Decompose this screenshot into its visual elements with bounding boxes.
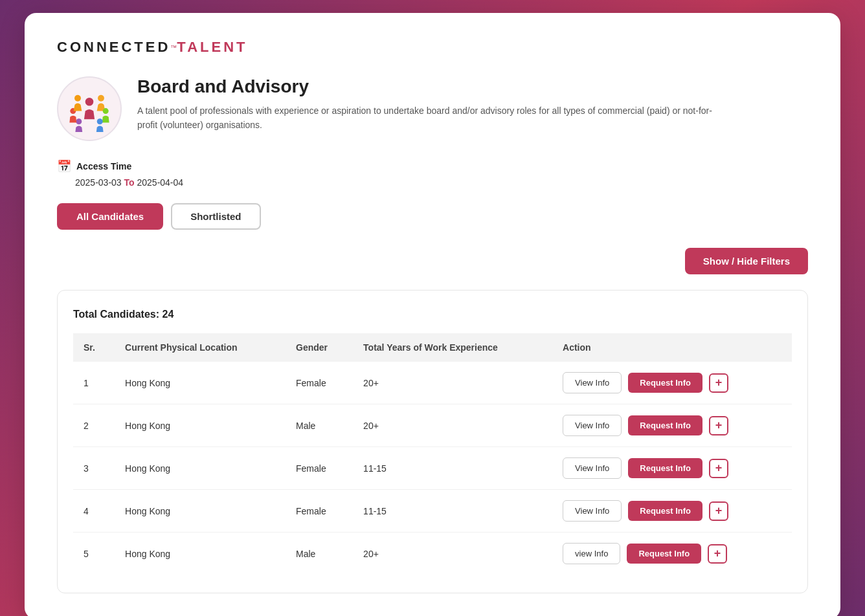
cell-action-4: View Info Request Info + bbox=[552, 490, 792, 533]
board-title: Board and Advisory bbox=[137, 76, 808, 97]
add-button-2[interactable]: + bbox=[709, 416, 728, 435]
logo-tm: ™ bbox=[170, 44, 177, 51]
add-button-4[interactable]: + bbox=[709, 501, 728, 521]
table-row: 3 Hong Kong Female 11-15 View Info Reque… bbox=[73, 447, 792, 490]
access-end-date: 2025-04-04 bbox=[137, 177, 183, 188]
request-info-button-1[interactable]: Request Info bbox=[628, 373, 702, 393]
request-info-button-2[interactable]: Request Info bbox=[628, 415, 702, 435]
svg-point-1 bbox=[98, 95, 104, 102]
cell-sr-3: 3 bbox=[73, 447, 115, 490]
col-gender: Gender bbox=[286, 333, 353, 362]
col-experience: Total Years of Work Experience bbox=[353, 333, 552, 362]
cell-experience-2: 20+ bbox=[353, 404, 552, 447]
add-button-3[interactable]: + bbox=[709, 459, 728, 478]
logo: CONNECTED™TALENT bbox=[57, 39, 808, 56]
access-time-dates: 2025-03-03 To 2025-04-04 bbox=[75, 177, 808, 188]
header-text: Board and Advisory A talent pool of prof… bbox=[137, 76, 808, 133]
svg-point-6 bbox=[74, 95, 81, 102]
svg-point-0 bbox=[85, 98, 94, 106]
access-time-label: Access Time bbox=[76, 161, 131, 171]
cell-gender-1: Female bbox=[286, 362, 353, 404]
view-info-button-5[interactable]: view Info bbox=[563, 543, 620, 564]
logo-talent: TALENT bbox=[177, 39, 247, 56]
svg-point-3 bbox=[97, 118, 103, 124]
col-action: Action bbox=[552, 333, 792, 362]
cell-experience-1: 20+ bbox=[353, 362, 552, 404]
filter-row: Show / Hide Filters bbox=[57, 248, 808, 274]
cell-action-5: view Info Request Info + bbox=[552, 533, 792, 575]
cell-experience-3: 11-15 bbox=[353, 447, 552, 490]
tab-shortlisted[interactable]: Shortlisted bbox=[171, 203, 260, 230]
cell-action-1: View Info Request Info + bbox=[552, 362, 792, 404]
table-row: 5 Hong Kong Male 20+ view Info Request I… bbox=[73, 533, 792, 575]
main-card: CONNECTED™TALENT bbox=[25, 13, 840, 616]
col-location: Current Physical Location bbox=[115, 333, 286, 362]
cell-gender-3: Female bbox=[286, 447, 353, 490]
pool-logo-icon bbox=[66, 85, 113, 132]
board-description: A talent pool of professionals with expe… bbox=[137, 104, 720, 133]
cell-location-1: Hong Kong bbox=[115, 362, 286, 404]
cell-sr-2: 2 bbox=[73, 404, 115, 447]
total-candidates: Total Candidates: 24 bbox=[73, 309, 792, 320]
header-section: Board and Advisory A talent pool of prof… bbox=[57, 76, 808, 141]
cell-location-5: Hong Kong bbox=[115, 533, 286, 575]
show-hide-filters-button[interactable]: Show / Hide Filters bbox=[685, 248, 808, 274]
cell-location-3: Hong Kong bbox=[115, 447, 286, 490]
cell-experience-5: 20+ bbox=[353, 533, 552, 575]
cell-sr-1: 1 bbox=[73, 362, 115, 404]
add-button-1[interactable]: + bbox=[709, 373, 728, 393]
pool-logo bbox=[57, 76, 122, 141]
cell-location-2: Hong Kong bbox=[115, 404, 286, 447]
cell-sr-5: 5 bbox=[73, 533, 115, 575]
view-info-button-4[interactable]: View Info bbox=[563, 500, 622, 522]
calendar-icon: 📅 bbox=[57, 159, 71, 173]
view-info-button-2[interactable]: View Info bbox=[563, 415, 622, 436]
request-info-button-4[interactable]: Request Info bbox=[628, 501, 702, 521]
svg-point-4 bbox=[76, 118, 82, 124]
table-row: 4 Hong Kong Female 11-15 View Info Reque… bbox=[73, 490, 792, 533]
cell-action-3: View Info Request Info + bbox=[552, 447, 792, 490]
candidates-table: Sr. Current Physical Location Gender Tot… bbox=[73, 333, 792, 575]
add-button-5[interactable]: + bbox=[708, 544, 727, 564]
cell-sr-4: 4 bbox=[73, 490, 115, 533]
request-info-button-5[interactable]: Request Info bbox=[627, 544, 701, 564]
access-time-section: 📅 Access Time bbox=[57, 159, 808, 173]
table-card: Total Candidates: 24 Sr. Current Physica… bbox=[57, 290, 808, 593]
view-info-button-3[interactable]: View Info bbox=[563, 457, 622, 479]
cell-experience-4: 11-15 bbox=[353, 490, 552, 533]
tabs-row: All Candidates Shortlisted bbox=[57, 203, 808, 230]
table-row: 2 Hong Kong Male 20+ View Info Request I… bbox=[73, 404, 792, 447]
cell-action-2: View Info Request Info + bbox=[552, 404, 792, 447]
tab-all-candidates[interactable]: All Candidates bbox=[57, 203, 163, 230]
table-row: 1 Hong Kong Female 20+ View Info Request… bbox=[73, 362, 792, 404]
cell-gender-4: Female bbox=[286, 490, 353, 533]
logo-connected: CONNECTED bbox=[57, 39, 170, 56]
cell-location-4: Hong Kong bbox=[115, 490, 286, 533]
access-to-text: To bbox=[124, 177, 137, 188]
view-info-button-1[interactable]: View Info bbox=[563, 372, 622, 393]
cell-gender-2: Male bbox=[286, 404, 353, 447]
col-sr: Sr. bbox=[73, 333, 115, 362]
access-start-date: 2025-03-03 bbox=[75, 177, 122, 188]
request-info-button-3[interactable]: Request Info bbox=[628, 458, 702, 478]
svg-point-2 bbox=[103, 108, 109, 114]
cell-gender-5: Male bbox=[286, 533, 353, 575]
table-header-row: Sr. Current Physical Location Gender Tot… bbox=[73, 333, 792, 362]
